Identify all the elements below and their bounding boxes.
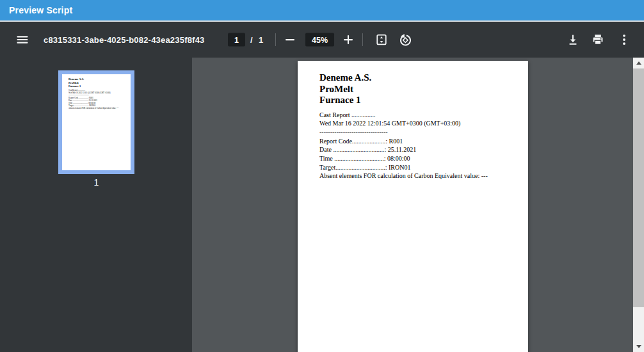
scroll-down-button[interactable] [633,341,644,352]
page-total-count: 1 [259,35,263,45]
page-thumbnail[interactable]: Deneme A.S. ProMelt Furnace 1 Cast Repor… [58,70,134,174]
rotate-counterclockwise-icon [398,33,412,47]
doc-line: -------------------------------- [319,128,528,137]
pdf-page: Deneme A.S. ProMelt Furnace 1 Cast Repor… [298,61,528,352]
rotate-button[interactable] [397,31,414,48]
doc-line: Absent elements FOR calculation of Carbo… [68,108,131,110]
more-options-button[interactable] [616,31,632,48]
doc-line: Date ................................: 2… [319,145,528,154]
dialog-titlebar: Preview Script [0,0,644,22]
doc-heading-line: ProMelt [319,84,528,95]
fit-page-icon [374,33,389,47]
hamburger-icon [15,33,29,47]
more-vertical-icon [617,33,631,47]
zoom-level-input[interactable] [305,33,334,47]
toolbar-separator [275,33,276,46]
download-icon [566,33,580,47]
minus-icon [283,33,297,47]
plus-icon [341,33,355,47]
viewer-content: Deneme A.S. ProMelt Furnace 1 Cast Repor… [0,58,644,352]
thumbnail-sidebar: Deneme A.S. ProMelt Furnace 1 Cast Repor… [0,58,192,352]
thumbnail-page-preview: Deneme A.S. ProMelt Furnace 1 Cast Repor… [62,74,131,110]
pdf-toolbar: c8315331-3abe-4025-b082-43ea235f8f43 / 1 [0,22,644,58]
fit-page-button[interactable] [373,31,390,48]
doc-heading-line: Deneme A.S. [319,72,528,84]
page-divider: / [250,35,253,45]
scroll-up-button[interactable] [633,58,644,68]
zoom-out-button[interactable] [282,31,298,48]
up-arrow-icon [636,61,641,65]
zoom-in-button[interactable] [340,31,357,48]
vertical-scrollbar [633,58,644,352]
toolbar-separator [362,33,363,46]
down-arrow-icon [636,345,641,348]
doc-line: Wed Mar 16 2022 12:01:54 GMT+0300 (GMT+0… [319,119,528,128]
doc-line: Absent elements FOR calculation of Carbo… [319,172,528,180]
print-button[interactable] [590,31,606,48]
scrollbar-thumb[interactable] [633,68,644,307]
page-viewer: Deneme A.S. ProMelt Furnace 1 Cast Repor… [192,58,633,352]
page-number-input[interactable] [228,33,245,47]
doc-line: Target...............................: I… [319,163,528,172]
print-icon [591,33,605,47]
dialog-title: Preview Script [9,5,72,15]
download-button[interactable] [565,31,581,48]
doc-heading-line: Furnace 1 [68,84,131,88]
doc-line: Report Code.....................: R001 [319,137,528,146]
doc-line: Time ...............................: 08… [319,154,528,163]
pdf-preview-window: Preview Script c8315331-3abe-4025-b082-4… [0,0,644,352]
menu-button[interactable] [14,31,31,48]
doc-line: Cast Report ............... [319,111,528,120]
doc-heading-line: Furnace 1 [319,95,528,106]
thumbnail-page-number: 1 [58,177,134,188]
document-filename: c8315331-3abe-4025-b082-43ea235f8f43 [44,35,205,45]
